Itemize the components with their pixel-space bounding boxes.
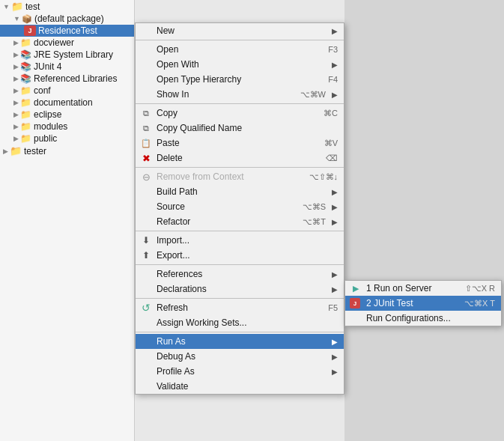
menu-item-label: Assign Working Sets... <box>157 317 247 328</box>
menu-item-label: Build Path <box>157 186 198 197</box>
menu-item-label: New <box>157 25 174 36</box>
menu-item-build_path[interactable]: Build Path ▶ <box>136 184 344 199</box>
submenu-arrow-icon: ▶ <box>332 61 338 69</box>
tree-item-(default-package)[interactable]: ▼📦(default package) <box>0 13 134 25</box>
menu-item-open_with[interactable]: Open With ▶ <box>136 57 344 72</box>
menu-item-export[interactable]: ⬆Export... <box>136 248 344 263</box>
tree-item-label: documentation <box>34 97 93 108</box>
menu-separator <box>136 167 344 168</box>
tree-item-jre-system-library[interactable]: ▶📚JRE System Library <box>0 49 134 61</box>
tree-item-documentation[interactable]: ▶📁documentation <box>0 97 134 109</box>
tree-item-eclipse[interactable]: ▶📁eclipse <box>0 109 134 121</box>
submenu-arrow-icon: ▶ <box>332 91 338 99</box>
menu-item-label: Profile As <box>157 366 195 377</box>
menu-item-refresh[interactable]: ↺Refresh F5 <box>136 300 344 315</box>
menu-item-copy_qualified[interactable]: ⧉Copy Qualified Name <box>136 121 344 136</box>
project-tree[interactable]: ▼📁test▼📦(default package)JResidenceTest▶… <box>0 0 135 441</box>
menu-item-show_in[interactable]: Show In ⌥⌘W ▶ <box>136 87 344 102</box>
tree-item-residencetest[interactable]: JResidenceTest <box>0 25 134 37</box>
menu-item-references[interactable]: References ▶ <box>136 267 344 282</box>
menu-item-label: Open Type Hierarchy <box>157 74 241 85</box>
submenu-run-as[interactable]: ▶1 Run on Server⇧⌥X RJ2 JUnit Test⌥⌘X TR… <box>344 280 502 326</box>
submenu-item-label: 2 JUnit Test <box>366 298 413 308</box>
tree-item-label: eclipse <box>34 109 61 120</box>
submenu-arrow-icon: ▶ <box>332 188 338 196</box>
menu-item-label: Import... <box>157 235 189 246</box>
tree-item-junit-4[interactable]: ▶📚JUnit 4 <box>0 61 134 73</box>
menu-shortcut: ⌥⇧⌘↓ <box>309 172 338 182</box>
tree-item-label: modules <box>34 121 67 132</box>
tree-item-label: ResidenceTest <box>38 25 97 36</box>
submenu-item-run_on_server[interactable]: ▶1 Run on Server⇧⌥X R <box>345 281 501 296</box>
menu-shortcut: ⌘C <box>324 109 338 118</box>
menu-shortcut: ⌫ <box>326 153 338 163</box>
tree-item-modules[interactable]: ▶📁modules <box>0 121 134 133</box>
menu-item-label: Paste <box>157 138 180 148</box>
menu-separator <box>136 231 344 231</box>
menu-separator <box>136 332 344 332</box>
submenu-shortcut: ⇧⌥X R <box>465 284 495 294</box>
tree-item-label: test <box>25 1 40 12</box>
copy-icon: ⧉ <box>140 107 152 119</box>
menu-item-label: Declarations <box>157 284 207 294</box>
menu-item-declarations[interactable]: Declarations ▶ <box>136 282 344 296</box>
menu-item-open_type_hierarchy[interactable]: Open Type Hierarchy F4 <box>136 72 344 87</box>
menu-item-label: Remove from Context <box>157 171 244 182</box>
submenu-arrow-icon: ▶ <box>332 270 338 279</box>
junit-icon: J <box>350 298 360 308</box>
right-panel <box>344 0 504 441</box>
menu-item-paste[interactable]: 📋Paste ⌘V <box>136 136 344 150</box>
menu-item-label: Debug As <box>157 351 195 362</box>
menu-item-assign_working_sets[interactable]: Assign Working Sets... <box>136 315 344 330</box>
tree-item-label: conf <box>34 85 51 96</box>
submenu-arrow-icon: ▶ <box>332 203 338 211</box>
menu-item-label: Copy <box>157 108 177 118</box>
menu-shortcut: F3 <box>328 45 338 54</box>
menu-item-label: Copy Qualified Name <box>157 123 242 133</box>
submenu-item-label: 1 Run on Server <box>366 283 431 294</box>
tree-item-tester[interactable]: ▶📁tester <box>0 145 134 157</box>
menu-separator <box>136 103 344 104</box>
menu-shortcut: ⌥⌘S <box>303 202 326 212</box>
tree-item-label: docviewer <box>34 37 74 48</box>
menu-item-import[interactable]: ⬇Import... <box>136 233 344 248</box>
menu-item-debug_as[interactable]: Debug As ▶ <box>136 349 344 364</box>
menu-item-validate[interactable]: Validate <box>136 379 344 394</box>
menu-item-delete[interactable]: ✖Delete ⌫ <box>136 150 344 165</box>
tree-item-test[interactable]: ▼📁test <box>0 0 134 13</box>
menu-item-label: Open <box>157 44 178 55</box>
menu-item-remove_context[interactable]: ⊖Remove from Context ⌥⇧⌘↓ <box>136 169 344 184</box>
menu-item-new[interactable]: New ▶ <box>136 23 344 38</box>
submenu-item-run_configurations[interactable]: Run Configurations... <box>345 311 501 326</box>
tree-item-referenced-libraries[interactable]: ▶📚Referenced Libraries <box>0 73 134 85</box>
remove-icon: ⊖ <box>140 171 152 183</box>
menu-item-label: Source <box>157 201 185 212</box>
tree-item-label: (default package) <box>34 13 104 24</box>
menu-item-open[interactable]: Open F3 <box>136 42 344 57</box>
submenu-arrow-icon: ▶ <box>332 368 338 376</box>
menu-item-label: References <box>157 269 202 279</box>
delete-icon: ✖ <box>140 152 152 164</box>
menu-separator <box>136 298 344 299</box>
paste-icon: 📋 <box>140 137 152 149</box>
menu-item-label: Delete <box>157 153 183 163</box>
tree-item-docviewer[interactable]: ▶📁docviewer <box>0 37 134 49</box>
tree-item-public[interactable]: ▶📁public <box>0 133 134 145</box>
submenu-arrow-icon: ▶ <box>332 353 338 361</box>
menu-item-label: Show In <box>157 89 189 100</box>
tree-item-label: JUnit 4 <box>34 61 61 72</box>
menu-item-label: Refresh <box>157 302 188 313</box>
menu-shortcut: ⌥⌘T <box>303 217 326 227</box>
menu-item-run_as[interactable]: Run As ▶ <box>136 334 344 349</box>
menu-shortcut: ⌘V <box>324 139 338 148</box>
tree-item-label: JRE System Library <box>34 49 113 60</box>
menu-item-copy[interactable]: ⧉Copy ⌘C <box>136 106 344 121</box>
menu-item-profile_as[interactable]: Profile As ▶ <box>136 364 344 379</box>
context-menu[interactable]: New ▶ Open F3 Open With ▶ Open Type Hier… <box>135 22 344 395</box>
tree-item-conf[interactable]: ▶📁conf <box>0 85 134 97</box>
menu-item-label: Export... <box>157 250 190 261</box>
submenu-item-junit_test[interactable]: J2 JUnit Test⌥⌘X T <box>345 296 501 311</box>
menu-item-source[interactable]: Source ⌥⌘S ▶ <box>136 199 344 214</box>
menu-item-refactor[interactable]: Refactor ⌥⌘T ▶ <box>136 214 344 229</box>
submenu-arrow-icon: ▶ <box>332 27 338 35</box>
